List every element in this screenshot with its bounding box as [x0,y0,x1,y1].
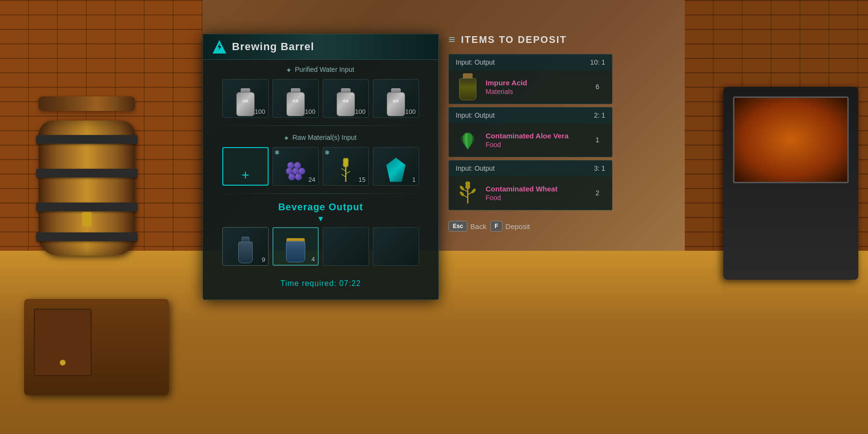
deposit-item-3-info: Contaminated Wheat Food [486,184,590,202]
brewing-panel: Brewing Barrel Purified Water Input ICE … [203,34,439,300]
deposit-item-1-ratio: 10: 1 [590,58,605,66]
deposit-item-3-count: 2 [596,189,605,197]
deposit-item-3[interactable]: Input: Output 3: 1 Contamin [448,160,612,210]
output-slot-jar[interactable]: 4 [272,227,319,266]
raw-slot-empty[interactable]: + [222,147,269,186]
water-slot-2-count: 100 [305,108,315,115]
output-slot-jar-count: 4 [312,256,315,263]
deposit-item-1[interactable]: Input: Output 10: 1 Impure Acid Material… [448,54,612,104]
svg-point-17 [459,190,465,197]
water-slot-3[interactable]: ICE 100 [323,79,369,118]
raw-slot-berries[interactable]: ❄ 24 [272,147,319,186]
add-plus-icon: + [242,167,249,183]
kitchen-decoration [704,48,858,289]
canteen-label-text: ICE [238,99,253,103]
deposit-item-1-type: Materials [486,88,590,95]
divider-2 [213,193,429,194]
deposit-item-3-header: Input: Output 3: 1 [449,161,612,176]
output-slot-empty-2[interactable] [373,227,419,266]
svg-point-13 [459,185,465,191]
f-key: F [490,221,502,231]
raw-materials-label: Raw Material(s) Input [203,128,438,145]
water-slot-4-count: 100 [405,108,416,115]
deposit-item-1-count: 6 [596,83,605,91]
beverage-output-title: Beverage Output [203,196,438,215]
beverage-output-slots: 9 4 [203,225,438,271]
deposit-item-3-name: Contaminated Wheat [486,184,590,194]
deposit-item-1-header: Input: Output 10: 1 [449,54,612,70]
action-buttons-row: Esc Back F Deposit [448,213,612,231]
snowflake-badge-1: ❄ [274,149,280,156]
raw-material-slots: + ❄ 24 ❄ [203,145,438,191]
raw-slot-crystal[interactable]: 1 [373,147,419,186]
cabinet-decoration [24,299,169,395]
svg-point-11 [464,181,471,190]
svg-point-15 [471,188,476,194]
raw-slot-wheat-count: 15 [359,176,366,183]
output-slot-empty-1[interactable] [323,227,369,266]
deposit-item-1-io-label: Input: Output [456,58,495,66]
output-arrow-icon: ▼ [203,215,438,225]
svg-point-4 [344,158,348,167]
deposit-item-3-io-label: Input: Output [456,164,495,172]
wheat-bundle-icon [456,181,480,205]
esc-key: Esc [448,221,467,231]
brewing-panel-title: Brewing Barrel [232,41,314,53]
raw-slot-crystal-count: 1 [412,176,416,183]
svg-line-6 [346,171,350,174]
jar-output-icon [281,236,310,263]
svg-line-5 [341,168,346,171]
time-required-label: Time required: 07:22 [203,271,438,290]
deposit-label: Deposit [505,222,530,231]
water-slot-3-count: 100 [355,108,366,115]
snowflake-badge-2: ❄ [325,149,330,156]
svg-marker-0 [217,43,221,51]
divider-1 [213,125,429,126]
deposit-item-1-info: Impure Acid Materials [486,78,590,95]
deposit-button[interactable]: F Deposit [490,221,530,231]
raw-slot-berries-count: 24 [309,176,315,183]
deposit-item-3-ratio: 3: 1 [594,164,605,172]
berries-icon [281,157,310,183]
stack-layers-icon: ≡ [448,33,455,46]
acid-bottle-icon [456,75,480,99]
water-input-slots: ICE 100 ICE 100 [203,77,438,123]
back-button[interactable]: Esc Back [448,221,487,231]
wheat-icon [331,157,360,183]
output-slot-bottle[interactable]: 9 [222,227,269,266]
deposit-item-1-name: Impure Acid [486,78,590,88]
deposit-item-2-ratio: 2: 1 [594,111,605,119]
deposit-item-2-count: 1 [596,136,605,144]
bottle-output-icon [231,237,260,263]
lightning-bolt-icon [213,40,226,54]
deposit-item-2-io-label: Input: Output [456,111,495,119]
barrel-decoration [29,96,145,251]
deposit-item-2-type: Food [486,141,590,149]
crystal-icon [381,157,410,183]
deposit-item-3-type: Food [486,194,590,202]
panel-title-bar: Brewing Barrel [203,34,438,60]
water-input-label: Purified Water Input [203,60,438,77]
water-slot-1[interactable]: ICE 100 [222,79,269,118]
deposit-title-bar: ≡ ITEMS TO DEPOSIT [448,29,612,54]
back-label: Back [470,222,486,231]
deposit-item-2-name: Contaminated Aloe Vera [486,131,590,141]
water-slot-2[interactable]: ICE 100 [272,79,319,118]
deposit-item-1-body: Impure Acid Materials 6 [449,70,612,104]
deposit-item-3-body: Contaminated Wheat Food 2 [449,176,612,210]
deposit-panel-title: ITEMS TO DEPOSIT [461,34,567,45]
deposit-item-2-info: Contaminated Aloe Vera Food [486,131,590,149]
aloe-vera-icon [456,128,480,152]
water-slot-4[interactable]: ICE 100 [373,79,419,118]
deposit-item-2[interactable]: Input: Output 2: 1 Contaminated Aloe Ver… [448,107,612,157]
svg-line-7 [341,174,346,177]
deposit-panel: ≡ ITEMS TO DEPOSIT Input: Output 10: 1 I… [448,29,612,231]
raw-slot-wheat[interactable]: ❄ 15 [323,147,369,186]
output-slot-bottle-count: 9 [262,256,265,263]
deposit-item-2-header: Input: Output 2: 1 [449,108,612,123]
deposit-item-2-body: Contaminated Aloe Vera Food 1 [449,123,612,157]
water-slot-1-count: 100 [255,108,265,115]
